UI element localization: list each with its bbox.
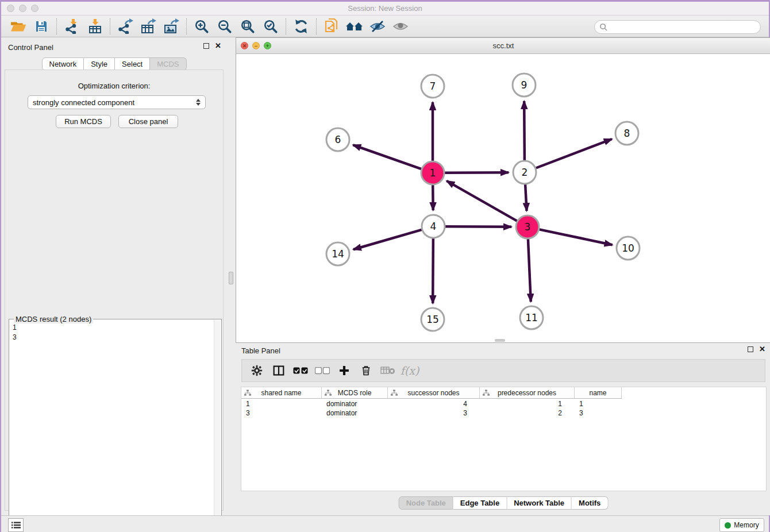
- table-cell[interactable]: 3: [241, 408, 322, 418]
- close-panel-icon[interactable]: ✕: [759, 346, 765, 352]
- table-panel: Table Panel ✕: [236, 343, 770, 515]
- edge-1-6[interactable]: [353, 145, 421, 169]
- edge-3-10[interactable]: [540, 229, 613, 245]
- table-cell[interactable]: dominator: [322, 399, 388, 408]
- deselect-all-rows-button[interactable]: [314, 363, 330, 379]
- column-header-mcds-role[interactable]: MCDS role: [322, 387, 388, 398]
- graph-node-7[interactable]: 7: [421, 75, 444, 98]
- zoom-out-button[interactable]: [213, 17, 236, 36]
- export-network-button[interactable]: [114, 17, 137, 36]
- tab-network-table[interactable]: Network Table: [507, 496, 572, 510]
- column-label: successor nodes: [407, 389, 459, 397]
- show-networks-button[interactable]: [343, 17, 366, 36]
- open-file-button[interactable]: [7, 17, 30, 36]
- tab-mcds[interactable]: MCDS: [150, 57, 186, 71]
- table-cell[interactable]: dominator: [322, 408, 388, 418]
- panel-splitter[interactable]: [227, 37, 236, 515]
- column-header-name[interactable]: name: [575, 387, 622, 398]
- edge-2-9[interactable]: [524, 101, 525, 160]
- show-columns-button[interactable]: [271, 363, 287, 379]
- table-cell[interactable]: 3: [388, 408, 480, 418]
- network-hscrollbar[interactable]: [495, 339, 505, 342]
- delete-table-button[interactable]: [380, 363, 396, 379]
- import-table-button[interactable]: [83, 17, 106, 36]
- search-box[interactable]: [594, 20, 761, 34]
- graph-node-2[interactable]: 2: [513, 161, 536, 184]
- function-builder-button[interactable]: f(x): [402, 363, 418, 379]
- zoom-fit-button[interactable]: [236, 17, 259, 36]
- search-input[interactable]: [608, 21, 760, 33]
- clone-network-button[interactable]: [320, 17, 343, 36]
- graph-node-14[interactable]: 14: [326, 242, 349, 265]
- table-cell[interactable]: 1: [575, 399, 622, 408]
- graph-node-9[interactable]: 9: [513, 74, 536, 97]
- export-table-button[interactable]: [137, 17, 160, 36]
- close-panel-button[interactable]: Close panel: [118, 115, 178, 128]
- hide-graphics-details-button[interactable]: [366, 17, 389, 36]
- graph-node-6[interactable]: 6: [326, 128, 349, 151]
- table-cell[interactable]: 3: [575, 408, 622, 418]
- graph-node-8[interactable]: 8: [615, 122, 638, 145]
- tab-motifs[interactable]: Motifs: [572, 496, 608, 510]
- zoom-in-icon: [194, 19, 209, 34]
- splitter-handle-icon[interactable]: [229, 272, 233, 284]
- table-cell[interactable]: 4: [388, 399, 480, 408]
- float-panel-icon[interactable]: [748, 346, 753, 352]
- table-row[interactable]: 3dominator323: [241, 408, 766, 418]
- table-cell[interactable]: 2: [480, 408, 575, 418]
- tab-select[interactable]: Select: [115, 57, 150, 71]
- select-all-rows-button[interactable]: [292, 363, 309, 379]
- zoom-in-button[interactable]: [190, 17, 213, 36]
- zoom-selected-button[interactable]: [259, 17, 282, 36]
- edge-2-8[interactable]: [536, 139, 612, 168]
- result-scrollbar[interactable]: [214, 320, 221, 532]
- close-panel-icon[interactable]: ✕: [215, 43, 221, 49]
- edge-1-2[interactable]: [445, 172, 509, 173]
- edge-4-3[interactable]: [445, 226, 511, 227]
- svg-text:7: 7: [430, 80, 436, 92]
- run-mcds-button[interactable]: Run MCDS: [56, 115, 111, 128]
- save-session-button[interactable]: [30, 17, 53, 36]
- edge-2-3[interactable]: [525, 184, 526, 211]
- task-history-button[interactable]: [8, 518, 24, 532]
- table-settings-button[interactable]: [249, 363, 265, 379]
- float-panel-icon[interactable]: [203, 43, 209, 49]
- graph-node-15[interactable]: 15: [421, 308, 444, 331]
- table-row[interactable]: 1dominator411: [241, 399, 766, 408]
- tab-style[interactable]: Style: [84, 57, 115, 71]
- network-window-titlebar[interactable]: ✕ – + scc.txt: [236, 38, 770, 54]
- tab-network[interactable]: Network: [41, 57, 84, 71]
- delete-column-button[interactable]: [358, 363, 374, 379]
- import-network-button[interactable]: [60, 17, 83, 36]
- graph-node-11[interactable]: 11: [520, 306, 543, 329]
- show-graphics-details-button[interactable]: [389, 17, 412, 36]
- edge-3-1[interactable]: [446, 181, 517, 221]
- memory-button[interactable]: Memory: [719, 518, 764, 532]
- export-image-button[interactable]: [160, 17, 183, 36]
- svg-text:14: 14: [332, 248, 344, 260]
- edge-4-15[interactable]: [433, 238, 433, 303]
- column-header-successor-nodes[interactable]: successor nodes: [388, 387, 480, 398]
- edge-4-14[interactable]: [353, 230, 422, 249]
- application-window: Session: New Session: [0, 0, 770, 532]
- zoom-out-icon: [217, 19, 232, 34]
- table-cell[interactable]: 1: [480, 399, 575, 408]
- tab-edge-table[interactable]: Edge Table: [453, 496, 507, 510]
- add-column-button[interactable]: [336, 363, 352, 379]
- svg-text:4: 4: [430, 221, 437, 232]
- column-header-predecessor-nodes[interactable]: predecessor nodes: [480, 387, 575, 398]
- optimization-criterion-dropdown[interactable]: strongly connected component: [28, 95, 206, 109]
- graph-node-4[interactable]: 4: [422, 215, 445, 238]
- tab-node-table[interactable]: Node Table: [399, 496, 453, 510]
- graph-node-1[interactable]: 1: [421, 161, 444, 184]
- fx-icon: f(x): [401, 364, 419, 377]
- network-view-window: ✕ – + scc.txt 7968124314101511: [236, 37, 770, 343]
- table-cell[interactable]: 1: [241, 399, 322, 408]
- network-graph-canvas[interactable]: 7968124314101511: [236, 54, 770, 342]
- graph-node-10[interactable]: 10: [617, 237, 640, 260]
- refresh-button[interactable]: [290, 17, 313, 36]
- column-header-shared-name[interactable]: shared name: [241, 387, 322, 398]
- graph-node-3[interactable]: 3: [516, 215, 539, 238]
- toolbar-separator: [186, 18, 187, 34]
- edge-3-11[interactable]: [528, 239, 531, 302]
